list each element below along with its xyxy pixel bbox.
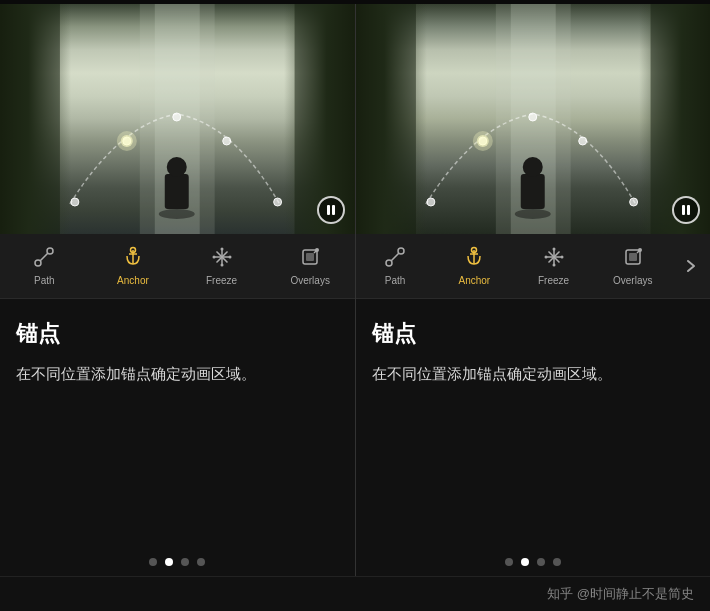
dot-left-1[interactable] [165, 558, 173, 566]
svg-rect-31 [510, 4, 555, 234]
svg-point-43 [476, 135, 488, 147]
svg-point-41 [629, 198, 637, 206]
overlays-icon-left [299, 246, 321, 271]
dot-left-2[interactable] [181, 558, 189, 566]
desc-title-left: 锚点 [16, 319, 339, 349]
dots-left [0, 548, 355, 576]
panel-right: Path Anchor [356, 4, 711, 576]
toolbar-label-overlays-right: Overlays [613, 275, 652, 286]
toolbar-item-path-left[interactable]: Path [0, 242, 89, 290]
pause-icon-right [682, 205, 690, 215]
desc-title-right: 锚点 [372, 319, 695, 349]
pause-button-right[interactable] [672, 196, 700, 224]
toolbar-label-freeze-right: Freeze [538, 275, 569, 286]
toolbar-label-overlays-left: Overlays [290, 275, 329, 286]
svg-point-42 [472, 131, 492, 151]
toolbar-item-path-right[interactable]: Path [356, 242, 435, 290]
anchor-icon-right [463, 246, 485, 271]
svg-point-6 [167, 157, 187, 177]
svg-rect-2 [0, 4, 60, 234]
freeze-icon-right [543, 246, 565, 271]
svg-point-36 [522, 157, 542, 177]
svg-point-40 [578, 137, 586, 145]
svg-point-38 [478, 137, 486, 145]
svg-point-23 [220, 248, 223, 251]
svg-rect-30 [495, 4, 570, 234]
svg-point-13 [121, 135, 133, 147]
svg-point-4 [159, 209, 195, 219]
svg-rect-0 [140, 4, 215, 234]
toolbar-item-overlays-right[interactable]: Overlays [593, 242, 672, 290]
anchor-icon-left [122, 246, 144, 271]
svg-point-56 [560, 256, 563, 259]
svg-point-59 [638, 248, 642, 252]
footer: 知乎 @时间静止不是简史 [0, 576, 710, 611]
svg-rect-35 [520, 174, 544, 209]
chevron-more-right[interactable] [672, 242, 710, 290]
toolbar-label-path-right: Path [385, 275, 406, 286]
description-left: 锚点 在不同位置添加锚点确定动画区域。 [0, 299, 355, 548]
toolbar-item-overlays-left[interactable]: Overlays [266, 242, 355, 290]
desc-text-right: 在不同位置添加锚点确定动画区域。 [372, 361, 695, 387]
dot-left-0[interactable] [149, 558, 157, 566]
toolbar-item-anchor-right[interactable]: Anchor [435, 242, 514, 290]
svg-point-55 [544, 256, 547, 259]
svg-point-10 [223, 137, 231, 145]
pause-icon-left [327, 205, 335, 215]
overlays-icon-right [622, 246, 644, 271]
video-left[interactable] [0, 4, 355, 234]
svg-rect-58 [629, 253, 637, 261]
footer-text: 知乎 @时间静止不是简史 [547, 585, 694, 603]
path-icon-right [384, 246, 406, 271]
dot-left-3[interactable] [197, 558, 205, 566]
pause-button-left[interactable] [317, 196, 345, 224]
toolbar-label-anchor-right: Anchor [458, 275, 490, 286]
svg-point-26 [228, 256, 231, 259]
description-right: 锚点 在不同位置添加锚点确定动画区域。 [356, 299, 711, 548]
dots-right [356, 548, 711, 576]
desc-text-left: 在不同位置添加锚点确定动画区域。 [16, 361, 339, 387]
svg-point-53 [552, 248, 555, 251]
svg-point-24 [220, 264, 223, 267]
freeze-icon-left [211, 246, 233, 271]
dot-right-2[interactable] [537, 558, 545, 566]
svg-point-8 [123, 137, 131, 145]
panel-left: Path Anchor [0, 4, 356, 576]
svg-rect-28 [306, 253, 314, 261]
toolbar-item-anchor-left[interactable]: Anchor [89, 242, 178, 290]
path-icon-left [33, 246, 55, 271]
toolbar-right: Path Anchor [356, 234, 711, 299]
svg-point-9 [173, 113, 181, 121]
toolbar-item-freeze-right[interactable]: Freeze [514, 242, 593, 290]
svg-point-34 [514, 209, 550, 219]
svg-point-54 [552, 264, 555, 267]
svg-rect-1 [155, 4, 200, 234]
toolbar-item-freeze-left[interactable]: Freeze [177, 242, 266, 290]
toolbar-label-freeze-left: Freeze [206, 275, 237, 286]
toolbar-left: Path Anchor [0, 234, 355, 299]
dot-right-1[interactable] [521, 558, 529, 566]
svg-point-12 [117, 131, 137, 151]
svg-point-11 [274, 198, 282, 206]
dot-right-0[interactable] [505, 558, 513, 566]
svg-rect-32 [356, 4, 416, 234]
video-right[interactable] [356, 4, 711, 234]
toolbar-label-anchor-left: Anchor [117, 275, 149, 286]
svg-point-29 [315, 248, 319, 252]
svg-point-7 [71, 198, 79, 206]
dot-right-3[interactable] [553, 558, 561, 566]
svg-point-37 [426, 198, 434, 206]
main-content: Path Anchor [0, 4, 710, 576]
svg-point-25 [212, 256, 215, 259]
svg-rect-5 [165, 174, 189, 209]
toolbar-label-path-left: Path [34, 275, 55, 286]
svg-point-39 [528, 113, 536, 121]
